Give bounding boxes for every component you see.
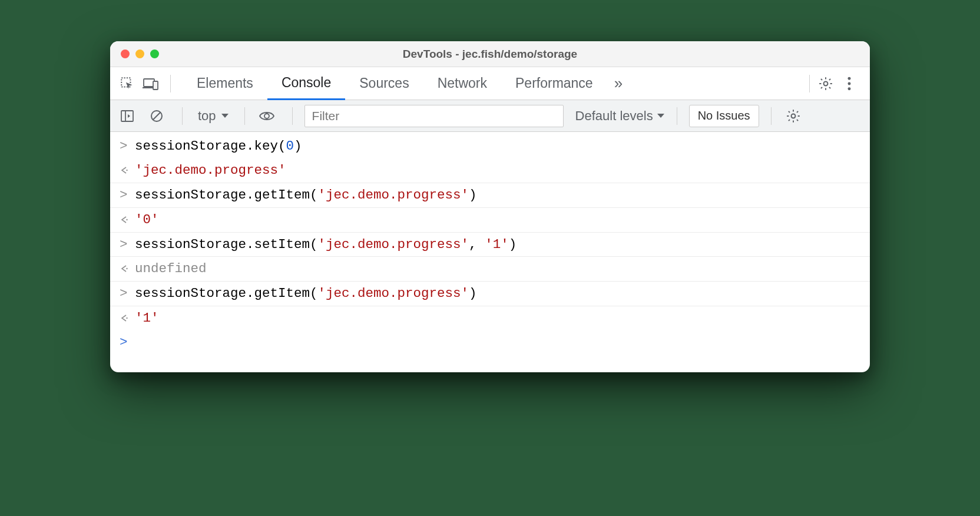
console-input-row: >sessionStorage.getItem('jec.demo.progre… xyxy=(110,183,870,208)
more-tabs-icon[interactable]: » xyxy=(614,74,620,92)
divider xyxy=(182,107,183,125)
settings-gear-icon[interactable] xyxy=(816,74,836,94)
output-chevron-icon xyxy=(120,160,135,181)
tab-sources[interactable]: Sources xyxy=(345,67,423,100)
divider xyxy=(771,107,772,125)
output-chevron-icon xyxy=(120,259,135,279)
code-text: sessionStorage.getItem('jec.demo.progres… xyxy=(135,185,477,206)
svg-line-11 xyxy=(153,113,160,120)
device-toolbar-icon[interactable] xyxy=(141,74,161,94)
live-expression-eye-icon[interactable] xyxy=(257,106,277,126)
context-selector[interactable]: top xyxy=(194,108,233,124)
output-chevron-icon xyxy=(120,308,135,329)
code-text: 'jec.demo.progress' xyxy=(135,160,286,181)
log-levels-selector[interactable]: Default levels xyxy=(575,108,665,124)
prompt-chevron-icon: > xyxy=(120,332,135,353)
console-output-row: '1' xyxy=(110,306,870,330)
divider xyxy=(292,107,293,125)
divider xyxy=(677,107,677,125)
tab-performance[interactable]: Performance xyxy=(501,67,607,100)
console-output-row: 'jec.demo.progress' xyxy=(110,158,870,183)
console-settings-gear-icon[interactable] xyxy=(783,106,803,126)
svg-point-17 xyxy=(126,317,127,319)
kebab-menu-icon[interactable] xyxy=(839,74,859,94)
chevron-down-icon xyxy=(221,113,229,119)
console-output-row: undefined xyxy=(110,257,870,281)
code-text: '1' xyxy=(135,308,159,329)
output-chevron-icon xyxy=(120,210,135,230)
code-text: '0' xyxy=(135,210,159,230)
svg-point-13 xyxy=(791,114,795,118)
divider xyxy=(170,75,171,92)
divider xyxy=(809,75,810,92)
svg-point-6 xyxy=(848,82,851,85)
console-prompt-row[interactable]: > xyxy=(110,330,870,355)
svg-point-14 xyxy=(126,170,127,171)
divider xyxy=(244,107,245,125)
console-log-area[interactable]: >sessionStorage.key(0)'jec.demo.progress… xyxy=(110,132,870,372)
tab-elements[interactable]: Elements xyxy=(183,67,267,100)
svg-point-5 xyxy=(848,77,851,80)
filter-input[interactable] xyxy=(304,105,564,127)
svg-point-15 xyxy=(126,219,127,220)
console-input-row: >sessionStorage.key(0) xyxy=(110,134,870,158)
svg-point-16 xyxy=(126,268,127,269)
devtools-window: DevTools - jec.fish/demo/storage Element… xyxy=(110,41,870,372)
input-chevron-icon: > xyxy=(120,283,135,304)
console-output-row: '0' xyxy=(110,208,870,232)
context-label: top xyxy=(198,108,216,124)
input-chevron-icon: > xyxy=(120,136,135,157)
levels-label: Default levels xyxy=(575,108,653,124)
input-chevron-icon: > xyxy=(120,185,135,206)
window-title: DevTools - jec.fish/demo/storage xyxy=(110,48,870,61)
svg-rect-3 xyxy=(153,81,158,90)
svg-rect-8 xyxy=(121,111,133,121)
code-text: sessionStorage.key(0) xyxy=(135,136,302,157)
clear-console-icon[interactable] xyxy=(147,106,167,126)
sidebar-toggle-icon[interactable] xyxy=(117,106,137,126)
tab-network[interactable]: Network xyxy=(423,67,501,100)
chevron-down-icon xyxy=(657,113,665,119)
svg-point-12 xyxy=(264,114,269,118)
inspect-element-icon[interactable] xyxy=(117,74,137,94)
tab-console[interactable]: Console xyxy=(267,67,345,100)
console-input-row: >sessionStorage.getItem('jec.demo.progre… xyxy=(110,281,870,306)
issues-button[interactable]: No Issues xyxy=(689,105,759,127)
svg-point-4 xyxy=(824,81,828,85)
titlebar: DevTools - jec.fish/demo/storage xyxy=(110,41,870,67)
code-text: sessionStorage.setItem('jec.demo.progres… xyxy=(135,234,517,255)
tabs: ElementsConsoleSourcesNetworkPerformance xyxy=(183,67,607,100)
input-chevron-icon: > xyxy=(120,234,135,255)
code-text: sessionStorage.getItem('jec.demo.progres… xyxy=(135,283,477,304)
svg-point-7 xyxy=(848,87,851,90)
main-tabbar: ElementsConsoleSourcesNetworkPerformance… xyxy=(110,67,870,100)
code-text: undefined xyxy=(135,259,207,279)
console-input-row: >sessionStorage.setItem('jec.demo.progre… xyxy=(110,232,870,257)
console-toolbar: top Default levels No Issues xyxy=(110,100,870,132)
